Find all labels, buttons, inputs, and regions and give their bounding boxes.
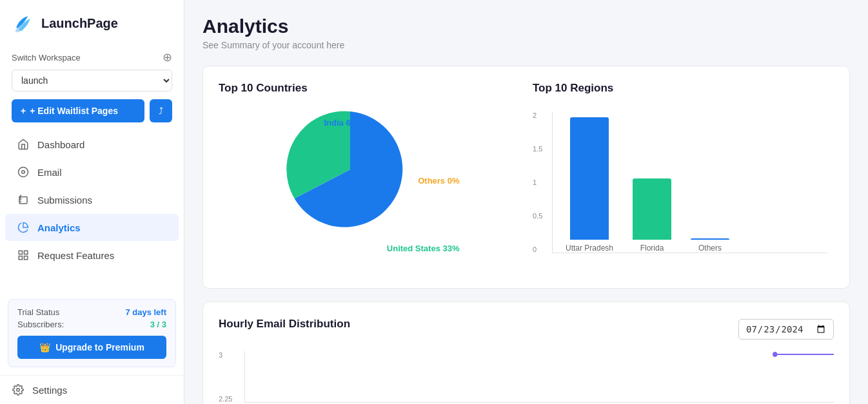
svg-point-9: [773, 352, 777, 357]
logo-area: LaunchPage: [0, 0, 184, 44]
dashboard-label: Dashboard: [37, 139, 84, 150]
trial-row: Trial Status 7 days left: [17, 307, 166, 317]
sidebar-item-analytics[interactable]: Analytics: [5, 214, 179, 241]
sidebar-item-dashboard[interactable]: Dashboard: [5, 131, 179, 158]
email-icon: [17, 166, 30, 178]
share-button[interactable]: ⤴: [150, 99, 172, 122]
upgrade-label: Upgrade to Premium: [55, 342, 144, 352]
analytics-icon: [17, 221, 30, 234]
submissions-label: Submissions: [37, 195, 92, 206]
line-chart-area: [244, 351, 834, 403]
bar-y-axis: 0 0.5 1 1.5 2: [533, 111, 542, 253]
others-label: Others 0%: [418, 176, 459, 186]
page-title: Analytics: [202, 15, 850, 37]
hourly-email-title: Hourly Email Distribution: [219, 318, 350, 331]
request-features-label: Request Features: [37, 250, 114, 261]
grid-icon: [17, 249, 30, 262]
page-subtitle: See Summary of your account here: [202, 40, 850, 50]
edit-waitlist-button[interactable]: + + Edit Waitlist Pages: [12, 99, 144, 122]
home-icon: [17, 138, 30, 151]
submissions-icon: [17, 193, 30, 206]
main-content: Analytics See Summary of your account he…: [184, 0, 868, 404]
app-name: LaunchPage: [41, 16, 118, 31]
top-countries-title: Top 10 Countries: [219, 82, 520, 95]
bar-chart-area: Uttar Pradesh Florida Others: [552, 111, 827, 253]
sidebar-item-request-features[interactable]: Request Features: [5, 242, 179, 269]
pie-chart: [286, 105, 415, 234]
switch-workspace-header: Switch Workspace ⊕: [12, 50, 172, 64]
plus-icon: +: [21, 106, 26, 116]
trial-status-label: Trial Status: [17, 307, 59, 317]
svg-point-8: [17, 389, 20, 392]
svg-rect-7: [25, 256, 28, 260]
edit-waitlist-label: + Edit Waitlist Pages: [30, 106, 118, 116]
bar-others: Others: [691, 238, 729, 253]
svg-point-0: [19, 168, 28, 177]
switch-workspace-label: Switch Workspace: [12, 53, 81, 63]
line-y-axis: 2.25 3: [219, 351, 232, 403]
bar-florida-fill: [633, 178, 671, 240]
settings-label: Settings: [32, 385, 67, 396]
analytics-label: Analytics: [37, 222, 81, 233]
svg-point-1: [22, 171, 25, 174]
charts-row: Top 10 Countries India 67% Others 0% Uni…: [202, 66, 850, 289]
hourly-email-section: Hourly Email Distribution 2.25 3: [202, 302, 850, 404]
bar-florida-label: Florida: [640, 244, 664, 253]
trial-days-left: 7 days left: [125, 307, 166, 317]
us-label: United States 33%: [387, 244, 460, 253]
line-chart-svg: [245, 351, 834, 402]
settings-icon: [12, 383, 25, 396]
workspace-select[interactable]: launch: [12, 70, 172, 91]
svg-rect-6: [19, 256, 22, 260]
hourly-email-header: Hourly Email Distribution: [219, 318, 834, 341]
sidebar: LaunchPage Switch Workspace ⊕ launch + +…: [0, 0, 184, 404]
switch-workspace-section: Switch Workspace ⊕ launch: [0, 44, 184, 91]
email-label: Email: [37, 167, 62, 178]
crown-icon: 👑: [39, 342, 50, 352]
svg-rect-5: [25, 251, 28, 254]
line-chart-wrapper: 2.25 3: [219, 351, 834, 404]
top-regions-section: Top 10 Regions 0 0.5 1 1.5 2 Uttar Prade…: [533, 82, 834, 273]
upgrade-button[interactable]: 👑 Upgrade to Premium: [17, 336, 166, 359]
subscribers-label: Subscribers:: [17, 320, 64, 329]
sidebar-item-settings[interactable]: Settings: [0, 375, 184, 404]
bar-uttar-pradesh-label: Uttar Pradesh: [566, 244, 613, 253]
sidebar-nav: Dashboard Email Submissions: [0, 130, 184, 269]
sidebar-item-submissions[interactable]: Submissions: [5, 186, 179, 213]
sidebar-item-email[interactable]: Email: [5, 159, 179, 186]
subscribers-row: Subscribers: 3 / 3: [17, 320, 166, 329]
pie-chart-container: India 67% Others 0% United States 33%: [286, 105, 453, 273]
bar-others-label: Others: [698, 244, 722, 253]
bar-florida: Florida: [633, 178, 671, 253]
svg-rect-4: [19, 251, 22, 254]
bar-uttar-pradesh-fill: [570, 117, 609, 240]
bar-uttar-pradesh: Uttar Pradesh: [566, 117, 613, 253]
top-countries-section: Top 10 Countries India 67% Others 0% Uni…: [219, 82, 520, 273]
share-icon: ⤴: [159, 106, 163, 116]
top-regions-title: Top 10 Regions: [533, 82, 834, 95]
logo-icon: [12, 12, 35, 35]
date-picker[interactable]: [738, 319, 834, 340]
subscribers-count: 3 / 3: [150, 320, 166, 329]
add-workspace-button[interactable]: ⊕: [163, 50, 172, 64]
trial-status-card: Trial Status 7 days left Subscribers: 3 …: [8, 299, 176, 367]
bar-others-fill: [691, 238, 729, 240]
sidebar-actions: + + Edit Waitlist Pages ⤴: [0, 91, 184, 130]
